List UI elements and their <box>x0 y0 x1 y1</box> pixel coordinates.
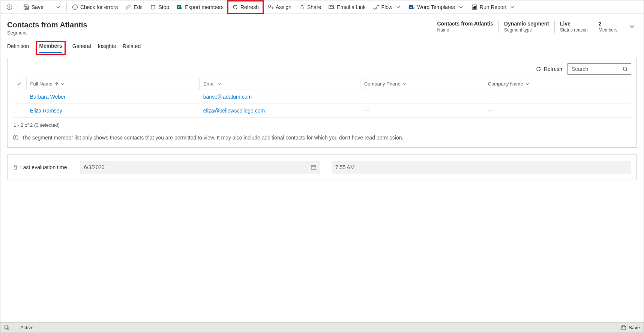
summary-members: 2 Members <box>593 21 623 33</box>
check-errors-button[interactable]: Check for errors <box>68 0 122 14</box>
email-icon <box>329 4 335 10</box>
save-label: Save <box>32 4 44 10</box>
column-select[interactable] <box>13 78 26 90</box>
refresh-icon <box>232 4 238 10</box>
svg-rect-16 <box>473 7 474 9</box>
cell-company-phone: --- <box>360 104 484 118</box>
command-bar: Save Check for errors Edit Stop <box>0 0 644 14</box>
summary-value: Live <box>560 21 588 27</box>
table-row[interactable]: Barbara Weber barwe@adatum.com --- --- <box>13 90 631 104</box>
svg-rect-1 <box>25 5 27 6</box>
export-members-button[interactable]: X Export members <box>173 0 227 14</box>
save-button[interactable]: Save <box>20 0 47 14</box>
tab-strip: Definition Members General Insights Rela… <box>0 39 644 55</box>
word-templates-label: Word Templates <box>417 4 455 10</box>
chevron-down-icon <box>629 24 635 29</box>
separator <box>18 3 18 11</box>
lock-icon <box>13 165 18 170</box>
tab-general[interactable]: General <box>72 41 91 55</box>
statusbar-save-label: Save <box>629 325 640 330</box>
flow-icon <box>373 4 379 10</box>
popout-icon[interactable] <box>4 325 9 330</box>
info-note: The segment member list only shows those… <box>13 132 631 142</box>
chevron-down-icon <box>525 82 529 86</box>
save-dropdown[interactable] <box>51 0 65 14</box>
search-icon <box>623 66 628 72</box>
share-label: Share <box>307 4 321 10</box>
status-text: Active <box>20 325 33 330</box>
summary-value: Contacts from Atlantis <box>437 21 494 27</box>
separator <box>49 3 49 11</box>
evaluation-date-field: 6/3/2020 <box>80 161 320 174</box>
summary-expand[interactable] <box>623 24 637 29</box>
search-input[interactable] <box>571 66 616 72</box>
tab-insights[interactable]: Insights <box>98 41 116 55</box>
table-row[interactable]: Eliza Ramsey eliza@bellowscollege.com --… <box>13 104 631 118</box>
info-icon <box>72 4 78 10</box>
separator <box>39 325 39 331</box>
tab-members[interactable]: Members <box>39 43 62 53</box>
chevron-down-icon <box>458 4 464 10</box>
tab-related[interactable]: Related <box>123 41 141 55</box>
svg-point-4 <box>75 6 75 6</box>
summary-label: Segment type <box>504 27 549 33</box>
assign-label: Assign <box>276 4 291 10</box>
svg-point-12 <box>374 8 375 9</box>
email-link-button[interactable]: Email a Link <box>325 0 369 14</box>
grid-toolbar: Refresh <box>13 63 631 75</box>
svg-rect-6 <box>151 5 155 9</box>
evaluation-label: Last evaluation time <box>13 164 69 170</box>
evaluation-time-value: 7:55 AM <box>335 164 354 170</box>
svg-text:X: X <box>178 6 180 9</box>
grid-refresh-button[interactable]: Refresh <box>536 66 562 72</box>
assign-button[interactable]: Assign <box>264 0 295 14</box>
evaluation-label-text: Last evaluation time <box>20 164 67 170</box>
summary-label: Status reason <box>560 27 588 33</box>
chevron-down-icon <box>509 4 515 10</box>
page-subtitle: Segment <box>7 30 87 36</box>
cell-full-name[interactable]: Barbara Weber <box>26 90 200 104</box>
cell-company-name: --- <box>484 104 631 118</box>
svg-rect-23 <box>14 167 17 169</box>
check-icon <box>17 81 22 87</box>
summary-value: 2 <box>599 21 617 27</box>
svg-text:W: W <box>410 6 413 9</box>
chevron-down-icon <box>55 4 61 10</box>
row-select[interactable] <box>13 104 26 118</box>
chevron-down-icon <box>218 82 222 86</box>
back-button[interactable] <box>3 0 16 14</box>
column-company-phone[interactable]: Company Phone <box>360 78 484 90</box>
summary-value: Dynamic segment <box>504 21 549 27</box>
statusbar-save-button[interactable]: Save <box>621 325 640 330</box>
svg-rect-26 <box>623 326 624 327</box>
grid-search[interactable] <box>567 63 631 75</box>
stop-button[interactable]: Stop <box>146 0 173 14</box>
share-button[interactable]: Share <box>295 0 325 14</box>
edit-button[interactable]: Edit <box>122 0 146 14</box>
refresh-button[interactable]: Refresh <box>227 0 264 14</box>
tab-definition[interactable]: Definition <box>7 41 29 55</box>
word-templates-button[interactable]: W Word Templates <box>405 0 468 14</box>
assign-icon <box>267 4 273 10</box>
column-full-name[interactable]: Full Name <box>26 78 200 90</box>
flow-button[interactable]: Flow <box>369 0 405 14</box>
members-panel: Refresh <box>7 58 637 148</box>
grid-refresh-label: Refresh <box>544 66 562 72</box>
chevron-down-icon <box>395 4 401 10</box>
row-select[interactable] <box>13 90 26 104</box>
run-report-button[interactable]: Run Report <box>468 0 519 14</box>
column-email[interactable]: Email <box>200 78 360 90</box>
column-company-name[interactable]: Company Name <box>484 78 631 90</box>
summary-label: Name <box>437 27 494 33</box>
members-table: Full Name Email <box>13 78 631 118</box>
stop-label: Stop <box>158 4 169 10</box>
calendar-icon <box>311 164 317 170</box>
page-title: Contacts from Atlantis <box>7 21 87 29</box>
cell-email[interactable]: barwe@adatum.com <box>200 90 360 104</box>
refresh-icon <box>536 66 542 72</box>
cell-full-name[interactable]: Eliza Ramsey <box>26 104 200 118</box>
word-icon: W <box>409 4 415 10</box>
info-text: The segment member list only shows those… <box>22 135 403 141</box>
evaluation-time-field: 7:55 AM <box>332 161 631 174</box>
cell-email[interactable]: eliza@bellowscollege.com <box>200 104 360 118</box>
